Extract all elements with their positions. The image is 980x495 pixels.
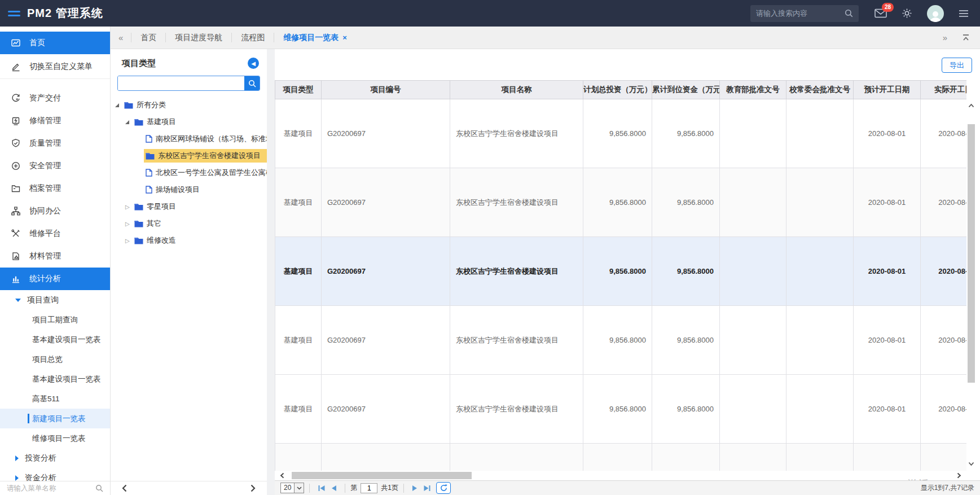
tree-node[interactable]: 东校区吉宁学生宿舍楼建设项目 [111,147,267,164]
table-row[interactable]: 基建项目G20200697东校区吉宁学生宿舍楼建设项目9,856.80009,8… [275,306,967,375]
menu-search-input[interactable] [7,484,95,492]
sidebar-subitem[interactable]: 基本建设项目一览表 [0,330,110,349]
table-cell[interactable]: 9,856.8000 [652,99,720,168]
next-page-icon[interactable] [412,485,418,492]
tree-collapsed-icon[interactable]: ▷ [125,238,130,244]
table-cell[interactable]: 9,856.8000 [652,168,720,237]
table-cell[interactable]: 2020-08-01 [854,306,921,375]
table-cell[interactable]: 基建项目 [275,99,322,168]
sidebar-item[interactable]: 协同办公 [0,200,110,222]
sidebar-subitem[interactable]: 项目总览 [0,349,110,369]
chevron-down-icon[interactable] [968,459,974,468]
column-header[interactable]: 实际开工日期 [921,81,967,99]
tabs-back-icon[interactable]: « [111,33,131,42]
chevron-right-icon[interactable] [251,484,256,492]
column-header[interactable]: 项目编号 [322,81,450,99]
page-size-select[interactable]: 20 [280,483,304,493]
column-header[interactable]: 项目名称 [450,81,583,99]
sidebar-item[interactable]: 质量管理 [0,132,110,155]
table-cell[interactable]: 基建项目 [275,237,322,306]
table-cell[interactable] [786,99,854,168]
page-number-input[interactable] [361,483,377,493]
tree-expanded-icon[interactable] [125,120,129,124]
column-header[interactable]: 预计开工日期 [854,81,921,99]
table-row[interactable]: 基建项目G20200697东校区吉宁学生宿舍楼建设项目9,856.80009,8… [275,99,967,168]
sidebar-item[interactable]: 安全管理 [0,155,110,177]
table-cell[interactable]: G20200697 [322,237,450,306]
table-cell[interactable] [720,306,786,375]
chevron-right-icon[interactable] [954,472,964,479]
tree-collapsed-icon[interactable]: ▷ [125,204,130,210]
tree-node[interactable]: 基建项目 [111,113,267,130]
table-cell[interactable] [786,306,854,375]
chevron-left-icon[interactable] [122,484,127,492]
sidebar-item-switch-menu[interactable]: 切换至自定义菜单 [0,54,110,79]
table-cell[interactable] [786,168,854,237]
list-icon[interactable] [959,10,969,17]
avatar[interactable] [927,5,944,22]
table-cell[interactable]: 2020-08-01 [921,99,967,168]
sidebar-subitem[interactable]: 高基511 [0,389,110,409]
tab[interactable]: 项目进度导航 [165,33,231,42]
prev-page-icon[interactable] [331,485,337,492]
tree-search-button[interactable] [244,76,260,90]
tree-node[interactable]: ▷零星项目 [111,198,267,215]
vertical-scrollbar[interactable] [966,101,976,468]
table-cell[interactable] [720,237,786,306]
tree-node[interactable]: 北校区一号学生公寓及留学生公寓楼建设 [111,164,267,181]
export-button[interactable]: 导出 [942,58,972,73]
column-header[interactable]: 计划总投资（万元） [583,81,652,99]
table-row[interactable]: 基建项目G20200697东校区吉宁学生宿舍楼建设项目9,856.80009,8… [275,168,967,237]
table-cell[interactable] [720,375,786,444]
tree-node[interactable]: 南校区网球场铺设（练习场、标准场）工 [111,130,267,147]
table-cell[interactable]: 基建项目 [275,375,322,444]
tree-node[interactable]: 操场铺设项目 [111,181,267,198]
sidebar-item[interactable]: 统计分析 [0,268,110,290]
table-cell[interactable] [720,99,786,168]
chevron-left-icon[interactable] [277,472,287,479]
sidebar-item[interactable]: 维修平台 [0,222,110,245]
table-cell[interactable]: 基建项目 [275,168,322,237]
search-icon[interactable] [95,484,103,492]
collapse-top-icon[interactable] [962,34,970,41]
sidebar-group[interactable]: 资金分析 [0,468,110,481]
table-cell[interactable] [786,237,854,306]
tab[interactable]: 流程图 [231,33,274,42]
sidebar-subitem[interactable]: 基本建设项目一览表 [0,369,110,389]
table-cell[interactable] [720,168,786,237]
last-page-icon[interactable] [423,485,431,492]
sidebar-group[interactable]: 投资分析 [0,448,110,468]
table-cell[interactable]: 9,856.8000 [652,306,720,375]
sidebar-item[interactable]: 材料管理 [0,245,110,268]
table-cell[interactable]: 2020-08-01 [854,237,921,306]
table-cell[interactable]: 9,856.8000 [652,375,720,444]
sidebar-item[interactable]: 资产交付 [0,87,110,109]
tab[interactable]: 维修项目一览表× [274,33,356,42]
table-cell[interactable]: 9,856.8000 [583,306,652,375]
gear-icon[interactable] [902,8,912,19]
tree-node[interactable]: 所有分类 [111,97,267,113]
tree-search-input[interactable] [118,76,244,90]
table-cell[interactable]: 东校区吉宁学生宿舍楼建设项目 [450,168,583,237]
table-row[interactable]: 基建项目G20200697东校区吉宁学生宿舍楼建设项目9,856.80009,8… [275,237,967,306]
sidebar-subitem[interactable]: 项目工期查询 [0,310,110,330]
global-search-input[interactable] [756,9,845,17]
table-cell[interactable] [786,375,854,444]
table-cell[interactable]: 9,856.8000 [583,375,652,444]
first-page-icon[interactable] [318,485,326,492]
sidebar-item[interactable]: 档案管理 [0,177,110,200]
column-header[interactable]: 累计到位资金（万元 [652,81,720,99]
tree-expanded-icon[interactable] [115,103,119,107]
table-cell[interactable]: 2020-08-01 [854,168,921,237]
tree-collapsed-icon[interactable]: ▷ [125,221,130,227]
table-cell[interactable]: 9,856.8000 [583,99,652,168]
table-cell[interactable]: 9,856.8000 [583,168,652,237]
table-cell[interactable]: 基建项目 [275,306,322,375]
table-cell[interactable]: 2020-08-01 [921,306,967,375]
column-header[interactable]: 校常委会批准文号 [786,81,854,99]
column-header[interactable]: 教育部批准文号 [720,81,786,99]
table-cell[interactable]: 东校区吉宁学生宿舍楼建设项目 [450,375,583,444]
sidebar-subitem[interactable]: 新建项目一览表 [0,409,110,428]
tab-close-icon[interactable]: × [342,33,347,42]
table-cell[interactable]: 2020-08-01 [921,237,967,306]
